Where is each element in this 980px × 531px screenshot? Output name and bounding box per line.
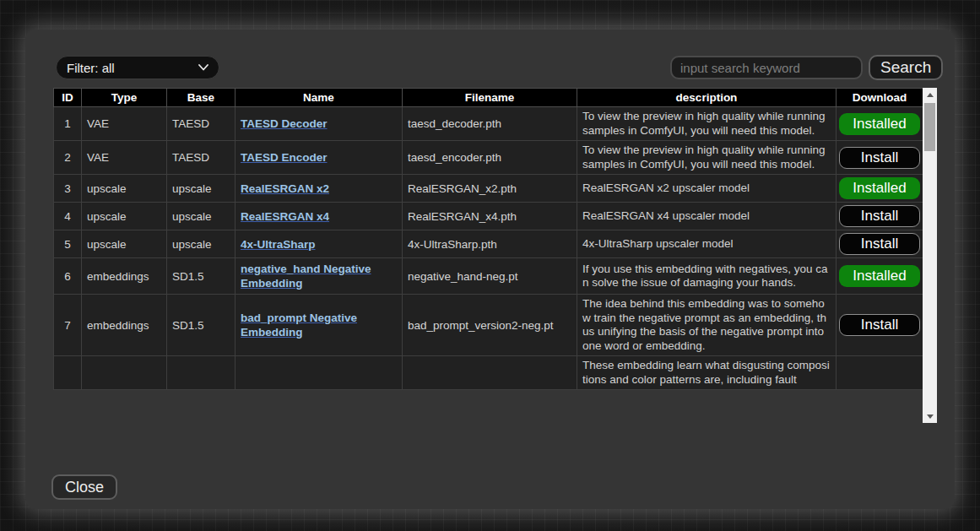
cell-id: 1 [54,107,82,141]
install-button[interactable]: Install [839,314,920,336]
cell-name: negative_hand Negative Embedding [236,258,403,295]
cell-base: upscale [167,203,236,230]
cell-description: RealESRGAN x2 upscaler model [577,175,837,203]
cell-filename: bad_prompt_version2-neg.pt [403,295,577,356]
cell-download: Installed [837,175,923,203]
triangle-down-icon [927,415,934,419]
table-row: 6embeddingsSD1.5negative_hand Negative E… [54,258,923,295]
table-row: 3upscaleupscaleRealESRGAN x2RealESRGAN_x… [54,175,923,203]
search-button[interactable]: Search [869,55,943,80]
cell-id: 3 [54,175,82,203]
cell-download: Install [837,230,923,258]
cell-description: To view the preview in high quality whil… [577,107,837,141]
column-header-description: description [577,89,837,107]
cell-filename [403,356,577,390]
installed-button[interactable]: Installed [839,177,920,199]
cell-type: embeddings [82,295,167,356]
cell-filename: taesd_encoder.pth [403,141,577,175]
cell-id: 5 [54,230,82,258]
cell-download: Install [837,295,923,356]
cell-type: VAE [82,141,167,175]
cell-name: RealESRGAN x2 [236,175,403,203]
table-row: 7embeddingsSD1.5bad_prompt Negative Embe… [54,295,923,356]
cell-filename: negative_hand-neg.pt [403,258,577,295]
cell-type [82,356,167,390]
header-row: IDTypeBaseNameFilenamedescriptionDownloa… [54,89,923,107]
cell-description: To view the preview in high quality whil… [577,141,837,175]
cell-base: upscale [167,230,236,258]
cell-name: RealESRGAN x4 [236,203,403,230]
cell-download: Install [837,141,923,175]
install-button[interactable]: Install [839,205,920,227]
installed-button[interactable]: Installed [839,265,920,287]
install-models-dialog: Filter: all Search IDTypeBaseNameFilenam… [25,30,955,509]
filter-dropdown-value: Filter: all [67,61,115,75]
models-table: IDTypeBaseNameFilenamedescriptionDownloa… [53,88,923,390]
cell-filename: RealESRGAN_x4.pth [403,203,577,230]
model-name-link[interactable]: TAESD Decoder [241,117,328,130]
table-row: 4upscaleupscaleRealESRGAN x4RealESRGAN_x… [54,203,923,230]
table-body: 1VAETAESDTAESD Decodertaesd_decoder.pthT… [54,107,923,390]
cell-filename: RealESRGAN_x2.pth [403,175,577,203]
close-button[interactable]: Close [51,474,117,500]
cell-download: Install [837,203,923,230]
table-row: 2VAETAESDTAESD Encodertaesd_encoder.pthT… [54,141,923,175]
cell-filename: taesd_decoder.pth [403,107,577,141]
cell-name: bad_prompt Negative Embedding [236,295,403,356]
model-name-link[interactable]: RealESRGAN x2 [241,182,329,195]
cell-id: 4 [54,203,82,230]
cell-id: 6 [54,258,82,295]
cell-base: upscale [167,175,236,203]
models-table-container: IDTypeBaseNameFilenamedescriptionDownloa… [53,88,937,423]
cell-filename: 4x-UltraSharp.pth [403,230,577,258]
table-row: 5upscaleupscale4x-UltraSharp4x-UltraShar… [54,230,923,258]
scrollbar-thumb[interactable] [924,103,935,151]
cell-description: The idea behind this embedding was to so… [577,295,837,356]
cell-type: upscale [82,230,167,258]
cell-download: Installed [837,107,923,141]
scrollbar-down-button[interactable] [923,409,937,423]
column-header-filename: Filename [403,89,577,107]
cell-base: TAESD [167,141,236,175]
model-name-link[interactable]: negative_hand Negative Embedding [241,263,371,290]
cell-type: upscale [82,203,167,230]
installed-button[interactable]: Installed [839,113,920,135]
filter-dropdown[interactable]: Filter: all [56,56,219,79]
install-button[interactable]: Install [839,233,920,255]
cell-id [54,356,82,390]
cell-description: RealESRGAN x4 upscaler model [577,203,837,230]
table-row: 1VAETAESDTAESD Decodertaesd_decoder.pthT… [54,107,923,141]
column-header-id: ID [54,89,82,107]
cell-description: If you use this embedding with negatives… [577,258,837,295]
cell-description: 4x-UltraSharp upscaler model [577,230,837,258]
cell-type: VAE [82,107,167,141]
column-header-download: Download [837,89,923,107]
table-row: These embedding learn what disgusting co… [54,356,923,390]
cell-name: TAESD Decoder [236,107,403,141]
model-name-link[interactable]: bad_prompt Negative Embedding [241,312,357,339]
cell-base: TAESD [167,107,236,141]
cell-name [236,356,403,390]
model-name-link[interactable]: 4x-UltraSharp [241,238,316,251]
column-header-type: Type [82,89,167,107]
cell-type: upscale [82,175,167,203]
cell-download: Installed [837,258,923,295]
search-input[interactable] [670,56,863,79]
cell-id: 7 [54,295,82,356]
triangle-up-icon [927,93,934,97]
column-header-base: Base [167,89,236,107]
cell-type: embeddings [82,258,167,295]
scrollbar[interactable] [923,88,937,423]
cell-id: 2 [54,141,82,175]
cell-name: 4x-UltraSharp [236,230,403,258]
cell-base: SD1.5 [167,295,236,356]
cell-base: SD1.5 [167,258,236,295]
model-name-link[interactable]: TAESD Encoder [241,151,328,164]
install-button[interactable]: Install [839,147,920,169]
chevron-down-icon [198,64,208,71]
column-header-name: Name [236,89,403,107]
model-name-link[interactable]: RealESRGAN x4 [241,210,329,223]
cell-name: TAESD Encoder [236,141,403,175]
cell-download [837,356,923,390]
scrollbar-up-button[interactable] [923,88,937,101]
